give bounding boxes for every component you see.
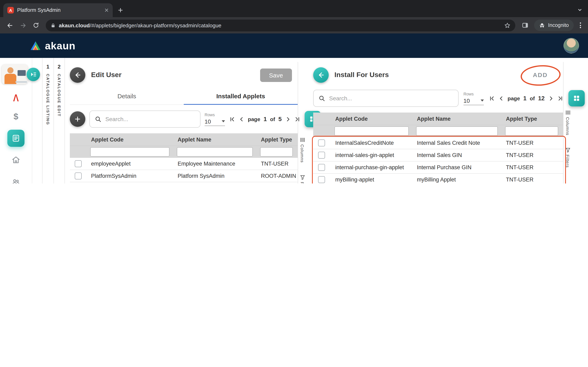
bookmark-star-icon[interactable] <box>504 22 511 28</box>
col-applet-type: Applet Type <box>503 116 563 122</box>
profile-badge[interactable] <box>2 64 40 85</box>
filters-label: Filters <box>300 182 305 184</box>
tab-favicon-icon: A <box>7 7 14 13</box>
cell-applet-name: Internal Sales Credit Note <box>414 140 503 146</box>
tab-close-icon[interactable] <box>104 8 109 12</box>
akaun-logo-mark-icon <box>29 40 42 51</box>
sidebar-item-home[interactable] <box>11 154 21 166</box>
cell-applet-name: myBilling Applet <box>414 176 503 183</box>
sidebar-item-catalogue-active[interactable] <box>7 130 25 147</box>
filter-applet-type-input[interactable] <box>260 147 293 157</box>
row-checkbox[interactable] <box>318 176 325 183</box>
forward-nav-icon[interactable] <box>17 22 29 29</box>
app-sidebar: $ <box>0 58 32 184</box>
row-checkbox[interactable] <box>75 173 82 179</box>
table-row[interactable]: employeeAppletEmployee MaintenanceTNT-US… <box>70 158 298 170</box>
row-checkbox[interactable] <box>75 160 82 167</box>
table-row[interactable]: internalPurchaseOrderAppletInternal Purc… <box>70 182 298 184</box>
secure-lock-icon <box>51 23 56 28</box>
filter-applet-name-input[interactable] <box>177 147 253 157</box>
cell-applet-code: employeeApplet <box>88 161 174 167</box>
page-total: 5 <box>278 116 282 122</box>
table-row[interactable]: myBilling-appletmyBilling AppletTNT-USER <box>313 174 563 184</box>
pagination: page 1 of 5 <box>229 116 301 122</box>
table-row[interactable]: internal-purchase-gin-appletInternal Pur… <box>313 161 563 174</box>
workspace: $ <box>0 58 588 184</box>
sidebar-item-finance[interactable]: $ <box>13 111 18 122</box>
next-page-icon[interactable] <box>548 95 554 101</box>
profile-illustration <box>2 64 28 84</box>
row-checkbox[interactable] <box>318 164 325 171</box>
last-page-icon[interactable] <box>557 95 563 101</box>
plus-icon <box>74 115 81 123</box>
new-tab-button[interactable] <box>118 7 123 13</box>
row-checkbox[interactable] <box>318 140 325 146</box>
tab-details[interactable]: Details <box>70 87 184 104</box>
search-box <box>89 110 200 128</box>
browser-menu-icon[interactable] <box>577 22 584 28</box>
filter-applet-code-input[interactable] <box>90 147 169 157</box>
rows-select[interactable]: 10 <box>463 97 484 105</box>
cell-applet-code: myBilling-applet <box>332 176 414 183</box>
table-row[interactable]: PlatformSysAdminPlatform SysAdminROOT-AD… <box>70 170 298 182</box>
table-row[interactable]: internal-sales-gin-appletInternal Sales … <box>313 149 563 161</box>
url-omnibox[interactable]: akaun.cloud/#/applets/bigledger/akaun-pl… <box>46 19 516 31</box>
browser-tab[interactable]: A Platform SysAdmin <box>3 3 113 17</box>
sidebar-toggle-icon[interactable] <box>26 68 40 81</box>
installed-applets-toolbar: Rows 10 page 1 of 5 <box>70 110 298 128</box>
rows-select[interactable]: 10 <box>205 118 225 126</box>
step-catalogue-listing[interactable]: 1 CATALOGUE LISTING <box>42 58 54 184</box>
search-input[interactable] <box>328 95 453 102</box>
filters-toggle[interactable]: Filters <box>300 175 305 184</box>
cell-applet-code: internal-sales-gin-applet <box>332 152 414 158</box>
prev-page-icon[interactable] <box>498 95 504 101</box>
prev-page-icon[interactable] <box>238 116 245 122</box>
search-input[interactable] <box>104 115 195 123</box>
columns-toggle[interactable]: Columns <box>300 137 305 163</box>
first-page-icon[interactable] <box>229 116 235 122</box>
page-number: 1 <box>264 116 267 122</box>
url-path: /#/applets/bigledger/akaun-platform/sysa… <box>90 22 222 28</box>
page-word: page <box>248 116 260 122</box>
installed-applets-table: Applet Code Applet Name Applet Type empl… <box>70 133 298 184</box>
tab-title: Platform SysAdmin <box>17 7 101 13</box>
side-panel-icon[interactable] <box>520 22 531 29</box>
tab-installed-applets[interactable]: Installed Applets <box>184 87 298 104</box>
cell-applet-type: TNT-USER <box>503 140 563 146</box>
add-button[interactable]: ADD <box>533 71 548 78</box>
table-row[interactable]: InternalSalesCreditNoteInternal Sales Cr… <box>313 137 563 149</box>
back-nav-icon[interactable] <box>4 22 16 29</box>
back-button[interactable] <box>313 67 329 83</box>
row-checkbox[interactable] <box>318 152 325 159</box>
page-word: page <box>508 95 520 101</box>
step-number: 1 <box>46 64 49 70</box>
cell-applet-name: Internal Purchase GIN <box>414 164 503 170</box>
table-side-strip: Columns Filters <box>298 62 307 184</box>
user-avatar[interactable] <box>563 38 579 53</box>
tab-search-chevron-icon[interactable] <box>577 7 582 12</box>
of-word: of <box>270 116 275 122</box>
sidebar-item-users[interactable] <box>11 176 21 184</box>
rows-value: 10 <box>205 118 211 125</box>
save-button[interactable]: Save <box>260 68 292 82</box>
rows-per-page: Rows 10 <box>205 112 225 126</box>
sidebar-item-pdf-app[interactable] <box>11 92 21 104</box>
cell-applet-type: TNT-USER <box>503 176 563 183</box>
reload-icon[interactable] <box>30 22 42 29</box>
columns-toggle[interactable]: Columns <box>565 110 570 135</box>
filter-applet-name-input[interactable] <box>416 126 498 136</box>
step-label: CATALOGUE LISTING <box>46 74 50 125</box>
next-page-icon[interactable] <box>285 116 291 122</box>
col-applet-code: Applet Code <box>332 116 414 122</box>
cell-applet-code: internal-purchase-gin-applet <box>332 164 414 170</box>
filter-applet-code-input[interactable] <box>334 126 409 136</box>
add-applet-button[interactable] <box>70 111 85 127</box>
filter-applet-type-input[interactable] <box>505 126 558 136</box>
cell-applet-name: Internal Sales GIN <box>414 152 503 158</box>
edit-user-panel: Edit User Save Details Installed Applets <box>70 62 307 184</box>
step-catalogue-edit[interactable]: 2 CATALOGUE EDIT <box>54 58 65 184</box>
first-page-icon[interactable] <box>489 95 495 101</box>
akaun-logo[interactable]: akaun <box>29 40 76 52</box>
filters-toggle[interactable]: Filters <box>565 148 570 167</box>
back-button[interactable] <box>70 67 85 83</box>
